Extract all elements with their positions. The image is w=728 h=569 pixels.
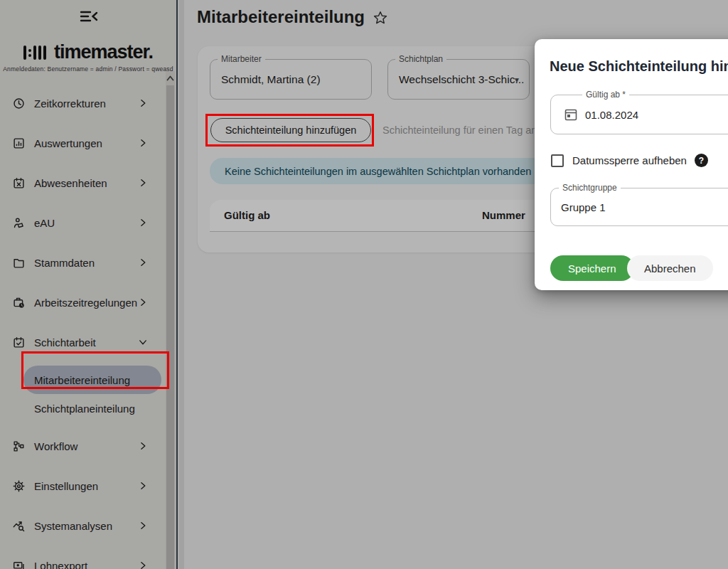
dialog-title: Neue Schichteinteilung hinzufügen xyxy=(550,58,728,75)
new-shift-assignment-dialog: Neue Schichteinteilung hinzufügen Gültig… xyxy=(535,39,728,290)
datumssperre-row: Datumssperre aufheben ? xyxy=(551,154,708,167)
app-screen: timemaster. Anmeldedaten: Benutzername =… xyxy=(0,0,728,569)
gueltig-ab-value: 01.08.2024 xyxy=(585,109,638,121)
gueltig-ab-date-field[interactable]: Gültig ab * 01.08.2024 xyxy=(550,95,728,134)
schichtgruppe-select[interactable]: Schichtgruppe Gruppe 1 xyxy=(550,188,728,226)
cancel-button[interactable]: Abbrechen xyxy=(627,255,713,281)
schichtgruppe-value: Gruppe 1 xyxy=(561,201,606,213)
calendar-icon[interactable] xyxy=(564,107,578,122)
gueltig-ab-label: Gültig ab * xyxy=(582,90,629,100)
help-icon[interactable]: ? xyxy=(695,154,708,167)
datumssperre-checkbox[interactable] xyxy=(551,154,564,167)
schichtgruppe-label: Schichtgruppe xyxy=(559,183,621,193)
save-button[interactable]: Speichern xyxy=(550,255,634,281)
datumssperre-label: Datumssperre aufheben xyxy=(572,154,687,166)
